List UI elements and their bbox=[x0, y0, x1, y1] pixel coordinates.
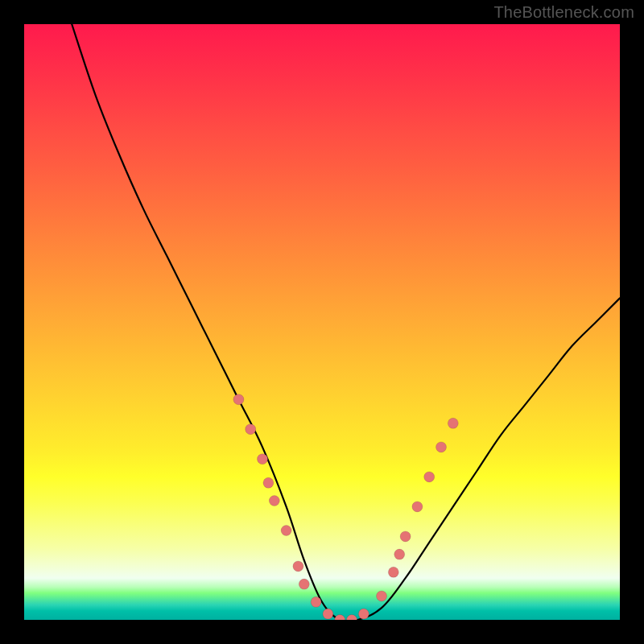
marker-point bbox=[388, 567, 398, 577]
marker-point bbox=[394, 549, 405, 559]
marker-point bbox=[436, 442, 447, 452]
curve-group bbox=[72, 24, 620, 620]
marker-point bbox=[347, 615, 357, 621]
marker-point bbox=[412, 502, 423, 512]
marker-point bbox=[258, 454, 268, 464]
marker-point bbox=[424, 472, 435, 482]
chart-svg bbox=[24, 24, 620, 620]
marker-point bbox=[358, 609, 369, 619]
marker-point bbox=[448, 418, 458, 428]
marker-point bbox=[281, 526, 291, 536]
marker-point bbox=[233, 394, 244, 405]
chart-frame: TheBottleneck.com bbox=[0, 0, 644, 644]
bottleneck-curve bbox=[72, 24, 620, 620]
marker-point bbox=[377, 591, 387, 601]
marker-point bbox=[246, 424, 256, 435]
marker-point bbox=[263, 477, 274, 488]
marker-point bbox=[293, 561, 303, 572]
marker-point bbox=[311, 597, 321, 607]
marker-point bbox=[299, 579, 309, 589]
plot-area bbox=[24, 24, 620, 620]
highlighted-points bbox=[233, 394, 458, 620]
marker-point bbox=[269, 496, 279, 506]
marker-point bbox=[400, 531, 411, 542]
marker-point bbox=[335, 615, 345, 621]
marker-point bbox=[323, 609, 333, 619]
watermark-text: TheBottleneck.com bbox=[493, 3, 634, 22]
